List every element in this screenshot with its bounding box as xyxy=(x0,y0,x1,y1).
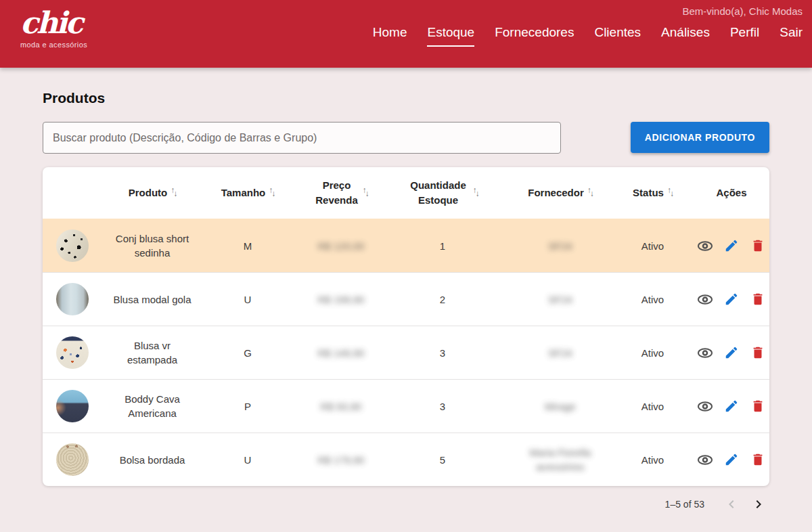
delete-icon[interactable] xyxy=(750,398,766,414)
nav-item-estoque[interactable]: Estoque xyxy=(427,25,474,47)
pagination: 1–5 of 53 xyxy=(43,496,769,512)
product-image xyxy=(56,229,89,262)
view-icon[interactable] xyxy=(697,398,713,414)
main-content: Produtos ADICIONAR PRODUTO Produto ↑↓ Ta… xyxy=(0,90,812,512)
column-quantidade-label: Quantidade Estoque xyxy=(407,178,470,208)
column-produto-header: Produto ↑↓ xyxy=(102,185,203,200)
nav-item-analises[interactable]: Análises xyxy=(661,25,710,47)
sort-icon[interactable]: ↑↓ xyxy=(473,187,478,198)
product-status: Ativo xyxy=(625,399,680,414)
delete-icon[interactable] xyxy=(750,238,766,254)
edit-icon[interactable] xyxy=(723,291,740,307)
view-icon[interactable] xyxy=(697,451,713,468)
product-size: U xyxy=(203,292,292,307)
main-nav: Home Estoque Fornecedores Clientes Análi… xyxy=(373,25,803,47)
delete-icon[interactable] xyxy=(750,291,766,307)
brand-logo[interactable]: chic moda e acessórios xyxy=(20,8,87,49)
table-row: Blusa modal gola U R$ 199,90 2 SF24 Ativ… xyxy=(43,272,769,326)
product-image xyxy=(56,336,89,369)
product-supplier-blurred: Maria Fiorella acessórios xyxy=(495,445,625,474)
sort-icon[interactable]: ↑↓ xyxy=(587,187,593,198)
column-acoes-header: Ações xyxy=(680,185,769,200)
row-actions xyxy=(680,345,769,361)
column-preco-header: Preço Revenda ↑↓ xyxy=(292,178,390,208)
column-fornecedor-label: Fornecedor xyxy=(528,185,584,200)
sort-icon[interactable]: ↑↓ xyxy=(667,187,673,198)
product-quantity: 5 xyxy=(390,453,495,467)
product-price-blurred: R$ 199,90 xyxy=(317,292,364,307)
product-price-blurred: R$ 120,00 xyxy=(317,239,364,253)
column-status-label: Status xyxy=(633,185,664,200)
product-size: P xyxy=(203,399,292,414)
table-row: Conj blusa short sedinha M R$ 120,00 1 S… xyxy=(43,219,769,272)
delete-icon[interactable] xyxy=(750,345,766,361)
nav-item-sair[interactable]: Sair xyxy=(780,25,803,47)
sort-icon[interactable]: ↑↓ xyxy=(363,187,368,198)
nav-item-fornecedores[interactable]: Fornecedores xyxy=(495,25,574,47)
nav-item-home[interactable]: Home xyxy=(373,25,407,47)
row-actions xyxy=(680,291,769,307)
product-size: G xyxy=(203,346,292,360)
column-fornecedor-header: Fornecedor ↑↓ xyxy=(495,185,625,200)
row-actions xyxy=(680,238,769,254)
row-actions xyxy=(680,451,769,468)
product-supplier-blurred: Mirage xyxy=(526,399,595,414)
product-price-blurred: R$ 149,90 xyxy=(317,346,364,360)
add-product-button[interactable]: ADICIONAR PRODUTO xyxy=(631,122,769,153)
edit-icon[interactable] xyxy=(723,238,740,254)
product-name: Boddy Cava Americana xyxy=(102,392,203,420)
pagination-range-label: 1–5 of 53 xyxy=(665,499,704,510)
product-quantity: 3 xyxy=(390,346,495,360)
column-quantidade-header: Quantidade Estoque ↑↓ xyxy=(390,178,495,208)
product-quantity: 3 xyxy=(390,399,495,414)
app-header: chic moda e acessórios Bem-vindo(a), Chi… xyxy=(0,0,812,68)
table-row: Boddy Cava Americana P R$ 93,90 3 Mirage… xyxy=(43,379,769,433)
previous-page-icon[interactable] xyxy=(723,496,740,512)
product-name: Bolsa bordada xyxy=(102,453,203,467)
nav-item-perfil[interactable]: Perfil xyxy=(730,25,759,47)
edit-icon[interactable] xyxy=(723,345,740,361)
product-status: Ativo xyxy=(625,292,680,307)
view-icon[interactable] xyxy=(697,238,713,254)
table-header-row: Produto ↑↓ Tamanho ↑↓ Preço Revenda ↑↓ Q… xyxy=(43,167,769,219)
page-title: Produtos xyxy=(43,90,769,106)
product-image xyxy=(56,443,89,476)
view-icon[interactable] xyxy=(697,291,713,307)
product-name: Blusa vr estampada xyxy=(102,338,203,367)
view-icon[interactable] xyxy=(697,345,713,361)
column-preco-label: Preço Revenda xyxy=(315,178,359,208)
next-page-icon[interactable] xyxy=(750,496,767,512)
toolbar: ADICIONAR PRODUTO xyxy=(43,122,769,154)
product-name: Blusa modal gola xyxy=(102,292,203,307)
edit-icon[interactable] xyxy=(723,451,740,468)
product-status: Ativo xyxy=(625,239,680,253)
column-tamanho-label: Tamanho xyxy=(221,185,266,200)
table-row: Bolsa bordada U R$ 179,90 5 Maria Fiorel… xyxy=(43,433,769,486)
product-price-blurred: R$ 179,90 xyxy=(317,453,364,467)
nav-item-clientes[interactable]: Clientes xyxy=(594,25,641,47)
product-supplier-blurred: SF24 xyxy=(529,292,591,307)
product-supplier-blurred: SF24 xyxy=(529,346,591,360)
column-produto-label: Produto xyxy=(129,185,168,200)
product-status: Ativo xyxy=(625,346,680,360)
welcome-message: Bem-vindo(a), Chic Modas xyxy=(682,5,803,17)
search-input[interactable] xyxy=(43,122,561,154)
product-quantity: 1 xyxy=(390,239,495,253)
column-tamanho-header: Tamanho ↑↓ xyxy=(203,185,292,200)
product-quantity: 2 xyxy=(390,292,495,307)
sort-icon[interactable]: ↑↓ xyxy=(171,187,176,198)
product-size: U xyxy=(203,453,292,467)
product-image xyxy=(56,390,89,422)
edit-icon[interactable] xyxy=(723,398,740,414)
column-status-header: Status ↑↓ xyxy=(625,185,680,200)
product-size: M xyxy=(203,239,292,253)
products-table: Produto ↑↓ Tamanho ↑↓ Preço Revenda ↑↓ Q… xyxy=(43,167,769,486)
row-actions xyxy=(680,398,769,414)
brand-logo-tagline: moda e acessórios xyxy=(20,41,87,49)
column-acoes-label: Ações xyxy=(716,185,746,200)
product-status: Ativo xyxy=(625,453,680,467)
table-row: Blusa vr estampada G R$ 149,90 3 SF24 At… xyxy=(43,326,769,379)
sort-icon[interactable]: ↑↓ xyxy=(269,187,274,198)
product-price-blurred: R$ 93,90 xyxy=(321,399,362,414)
delete-icon[interactable] xyxy=(750,451,766,468)
